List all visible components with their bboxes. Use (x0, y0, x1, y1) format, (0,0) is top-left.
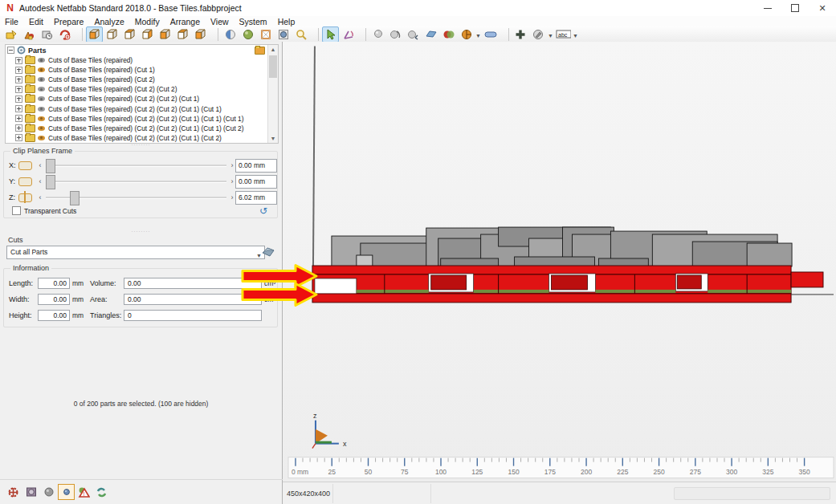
reset-circle-icon[interactable]: ↺ (259, 206, 267, 216)
transparent-cuts-checkbox[interactable] (12, 206, 21, 215)
menu-file[interactable]: File (5, 17, 18, 26)
z-value-field[interactable]: 6.02 mm (235, 191, 277, 205)
eye-visibility-icon[interactable] (38, 77, 45, 82)
menu-edit[interactable]: Edit (29, 17, 43, 26)
y-slider[interactable] (46, 175, 226, 188)
render-box-icon[interactable] (275, 26, 292, 43)
eye-visibility-icon[interactable] (38, 116, 45, 121)
support-sphere-icon[interactable] (369, 26, 386, 43)
panel-splitter-2[interactable]: ········ (0, 230, 282, 234)
rotate-gizmo-icon[interactable] (340, 26, 357, 43)
x-slider-thumb[interactable] (46, 159, 55, 173)
cuts-dropdown[interactable]: Cut all Parts ▼ (6, 246, 265, 259)
view-bottom-icon[interactable] (192, 26, 209, 43)
scroll-up-icon[interactable]: ▲ (268, 45, 278, 54)
scroll-down-icon[interactable]: ▼ (268, 134, 278, 143)
scrollbar-thumb[interactable] (269, 55, 277, 78)
abc-label-icon[interactable]: abc (555, 26, 572, 43)
z-slider-thumb[interactable] (70, 191, 80, 205)
select-arrow-icon[interactable] (322, 26, 339, 43)
annotate-circle-icon[interactable] (530, 26, 547, 43)
x-value-field[interactable]: 0.00 mm (235, 159, 277, 173)
area-field[interactable]: 0.00 (124, 294, 262, 305)
z-plane-icon[interactable] (18, 193, 32, 202)
y-plane-icon[interactable] (18, 177, 32, 186)
eye-visibility-icon[interactable] (38, 136, 45, 140)
y-slider-thumb[interactable] (46, 175, 55, 189)
add-part-icon[interactable] (21, 26, 38, 43)
width-field[interactable]: 0.00 (38, 294, 70, 305)
view-right-icon[interactable] (157, 26, 173, 43)
slice-sphere-icon[interactable] (458, 26, 475, 43)
sphere-rotate-icon[interactable] (387, 26, 404, 43)
z-slider-right-button[interactable]: › (229, 193, 235, 201)
length-field[interactable]: 0.00 (38, 278, 70, 289)
x-slider[interactable] (46, 159, 226, 172)
tree-item[interactable]: Cuts of Base Tiles (repaired) (Cut 2) (C… (6, 94, 278, 104)
menu-prepare[interactable]: Prepare (54, 17, 84, 26)
sphere-move-icon[interactable] (405, 26, 422, 43)
z-slider-left-button[interactable]: ‹ (37, 193, 43, 201)
x-slider-right-button[interactable]: › (229, 161, 235, 169)
chevron-down-icon[interactable]: ▼ (573, 33, 578, 39)
triangles-field[interactable]: 0 (124, 310, 262, 321)
chevron-down-icon[interactable]: ▼ (475, 33, 481, 39)
eye-visibility-icon[interactable] (38, 96, 45, 101)
tree-item[interactable]: Cuts of Base Tiles (repaired) (Cut 1)✕ (6, 65, 278, 75)
tree-item[interactable]: Cuts of Base Tiles (repaired) (Cut 2) (C… (6, 104, 278, 113)
collapse-icon[interactable] (7, 47, 14, 54)
tree-item[interactable]: Cuts of Base Tiles (repaired)✕ (6, 55, 278, 65)
tree-item[interactable]: Cuts of Base Tiles (repaired) (Cut 2) (C… (6, 124, 278, 133)
y-value-field[interactable]: 0.00 mm (235, 175, 277, 189)
expand-icon[interactable] (15, 57, 22, 64)
tree-item[interactable]: Cuts of Base Tiles (repaired) (Cut 2) (C… (6, 114, 278, 124)
shaded-sphere-icon[interactable] (222, 26, 239, 43)
tree-item[interactable]: Cuts of Base Tiles (repaired) (Cut 2)✕ (6, 75, 278, 84)
tree-scrollbar[interactable]: ▲ ▼ (267, 45, 278, 143)
wireframe-box-icon[interactable] (257, 26, 274, 43)
import-part-icon[interactable] (56, 26, 73, 43)
view-top-icon[interactable] (174, 26, 191, 43)
y-slider-left-button[interactable]: ‹ (37, 177, 43, 185)
cut-tool-icon[interactable] (261, 246, 275, 258)
menu-modify[interactable]: Modify (135, 17, 160, 26)
x-plane-icon[interactable] (18, 161, 32, 170)
sphere-dark-icon[interactable] (40, 484, 57, 500)
menu-system[interactable]: System (239, 17, 267, 26)
expand-icon[interactable] (15, 115, 22, 122)
sync-icon[interactable] (93, 484, 110, 500)
parts-tree-root[interactable]: Parts (6, 45, 278, 55)
expand-icon[interactable] (15, 124, 22, 132)
tree-item[interactable]: Cuts of Base Tiles (repaired) (Cut 2) (C… (6, 84, 278, 94)
z-slider[interactable] (46, 191, 226, 204)
view-iso-icon[interactable] (86, 26, 103, 43)
eye-visibility-icon[interactable] (38, 126, 45, 131)
view-back-icon[interactable] (121, 26, 138, 43)
add-plus-icon[interactable] (512, 26, 529, 43)
open-project-icon[interactable] (3, 26, 20, 43)
menu-help[interactable]: Help (278, 17, 296, 26)
close-button[interactable]: ✕ (809, 0, 836, 16)
maximize-button[interactable] (781, 0, 809, 16)
view-left-icon[interactable] (139, 26, 156, 43)
gear-target-icon[interactable] (5, 484, 22, 500)
eye-visibility-icon[interactable] (38, 107, 45, 112)
view-front-icon[interactable] (104, 26, 120, 43)
eye-visibility-icon[interactable] (38, 58, 45, 63)
sphere-box-icon[interactable] (58, 484, 75, 500)
zoom-icon[interactable] (292, 26, 309, 43)
height-field[interactable]: 0.00 (38, 310, 70, 321)
open-folder-icon[interactable] (255, 47, 265, 55)
eye-visibility-icon[interactable] (38, 87, 45, 91)
minimize-button[interactable] (754, 0, 781, 16)
expand-icon[interactable] (15, 96, 22, 103)
menu-analyze[interactable]: Analyze (94, 17, 124, 26)
collision-warning-icon[interactable]: ! (75, 484, 92, 500)
part-history-icon[interactable] (39, 26, 55, 43)
menu-arrange[interactable]: Arrange (170, 17, 200, 26)
expand-icon[interactable] (15, 76, 22, 83)
chevron-down-icon[interactable]: ▼ (548, 33, 553, 39)
platform-icon[interactable] (422, 26, 439, 43)
x-slider-left-button[interactable]: ‹ (37, 161, 43, 169)
expand-icon[interactable] (15, 134, 22, 141)
